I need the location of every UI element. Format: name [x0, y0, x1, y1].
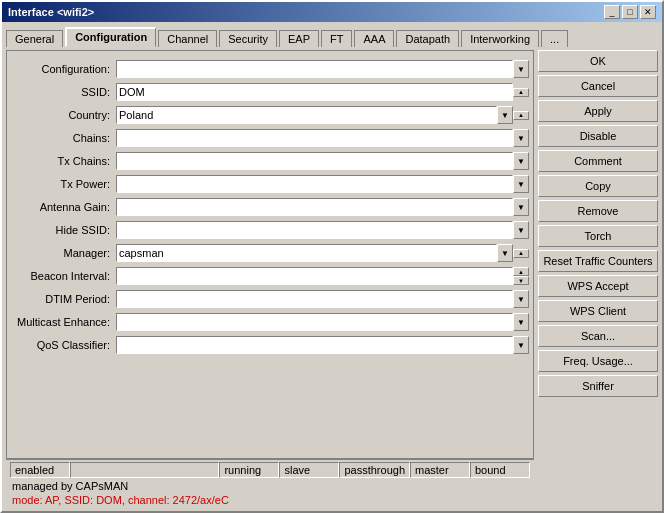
field-country: ▼ ▲ [116, 106, 529, 124]
form-row-country: Country: ▼ ▲ [11, 105, 529, 125]
status-enabled: enabled [10, 462, 70, 478]
tab-configuration[interactable]: Configuration [65, 27, 156, 47]
field-qos-classifier: ▼ [116, 336, 529, 354]
remove-button[interactable]: Remove [538, 200, 658, 222]
form-row-qos-classifier: QoS Classifier: ▼ [11, 335, 529, 355]
dropdown-configuration[interactable]: ▼ [513, 60, 529, 78]
wps-accept-button[interactable]: WPS Accept [538, 275, 658, 297]
tab-more[interactable]: ... [541, 30, 568, 47]
dropdown-dtim-period[interactable]: ▼ [513, 290, 529, 308]
label-tx-chains: Tx Chains: [11, 155, 116, 167]
label-tx-power: Tx Power: [11, 178, 116, 190]
label-country: Country: [11, 109, 116, 121]
content-area: Configuration: ▼ SSID: ▲ Count [2, 46, 662, 511]
label-dtim-period: DTIM Period: [11, 293, 116, 305]
copy-button[interactable]: Copy [538, 175, 658, 197]
status-running: running [219, 462, 279, 478]
field-tx-chains: ▼ [116, 152, 529, 170]
field-configuration: ▼ [116, 60, 529, 78]
label-manager: Manager: [11, 247, 116, 259]
title-bar: Interface <wifi2> _ □ ✕ [2, 2, 662, 22]
form-row-chains: Chains: ▼ [11, 128, 529, 148]
scroll-down-beacon[interactable]: ▼ [513, 276, 529, 285]
dropdown-antenna-gain[interactable]: ▼ [513, 198, 529, 216]
tab-general[interactable]: General [6, 30, 63, 47]
dropdown-manager[interactable]: ▼ [497, 244, 513, 262]
form-row-antenna-gain: Antenna Gain: ▼ [11, 197, 529, 217]
form-row-beacon-interval: Beacon Interval: ▲ ▼ [11, 266, 529, 286]
input-tx-power[interactable] [116, 175, 513, 193]
label-configuration: Configuration: [11, 63, 116, 75]
input-beacon-interval[interactable] [116, 267, 513, 285]
reset-traffic-button[interactable]: Reset Traffic Counters [538, 250, 658, 272]
comment-button[interactable]: Comment [538, 150, 658, 172]
status-managed: managed by CAPsMAN [10, 479, 530, 493]
label-qos-classifier: QoS Classifier: [11, 339, 116, 351]
minimize-button[interactable]: _ [604, 5, 620, 19]
dropdown-tx-power[interactable]: ▼ [513, 175, 529, 193]
dropdown-country[interactable]: ▼ [497, 106, 513, 124]
form-row-hide-ssid: Hide SSID: ▼ [11, 220, 529, 240]
field-dtim-period: ▼ [116, 290, 529, 308]
tab-eap[interactable]: EAP [279, 30, 319, 47]
input-chains[interactable] [116, 129, 513, 147]
input-multicast-enhance[interactable] [116, 313, 513, 331]
status-slave: slave [279, 462, 339, 478]
dropdown-qos-classifier[interactable]: ▼ [513, 336, 529, 354]
input-hide-ssid[interactable] [116, 221, 513, 239]
scroll-up-beacon[interactable]: ▲ [513, 267, 529, 276]
wps-client-button[interactable]: WPS Client [538, 300, 658, 322]
sniffer-button[interactable]: Sniffer [538, 375, 658, 397]
maximize-button[interactable]: □ [622, 5, 638, 19]
scroll-up-country[interactable]: ▲ [513, 111, 529, 120]
right-panel: OK Cancel Apply Disable Comment Copy Rem… [538, 50, 658, 507]
cancel-button[interactable]: Cancel [538, 75, 658, 97]
form-row-tx-power: Tx Power: ▼ [11, 174, 529, 194]
input-configuration[interactable] [116, 60, 513, 78]
tab-aaa[interactable]: AAA [354, 30, 394, 47]
input-country[interactable] [116, 106, 497, 124]
label-beacon-interval: Beacon Interval: [11, 270, 116, 282]
input-tx-chains[interactable] [116, 152, 513, 170]
window-title: Interface <wifi2> [8, 6, 94, 18]
torch-button[interactable]: Torch [538, 225, 658, 247]
tab-ft[interactable]: FT [321, 30, 352, 47]
field-hide-ssid: ▼ [116, 221, 529, 239]
status-bar: enabled running slave passthrough master… [6, 459, 534, 507]
scroll-up-ssid[interactable]: ▲ [513, 88, 529, 97]
status-passthrough: passthrough [339, 462, 410, 478]
dropdown-chains[interactable]: ▼ [513, 129, 529, 147]
ok-button[interactable]: OK [538, 50, 658, 72]
field-tx-power: ▼ [116, 175, 529, 193]
apply-button[interactable]: Apply [538, 100, 658, 122]
scroll-up-manager[interactable]: ▲ [513, 249, 529, 258]
input-qos-classifier[interactable] [116, 336, 513, 354]
tab-channel[interactable]: Channel [158, 30, 217, 47]
title-buttons: _ □ ✕ [604, 5, 656, 19]
dropdown-hide-ssid[interactable]: ▼ [513, 221, 529, 239]
status-bound: bound [470, 462, 530, 478]
field-ssid: ▲ [116, 83, 529, 101]
main-window: Interface <wifi2> _ □ ✕ General Configur… [0, 0, 664, 513]
disable-button[interactable]: Disable [538, 125, 658, 147]
field-chains: ▼ [116, 129, 529, 147]
field-multicast-enhance: ▼ [116, 313, 529, 331]
field-antenna-gain: ▼ [116, 198, 529, 216]
status-master: master [410, 462, 470, 478]
close-button[interactable]: ✕ [640, 5, 656, 19]
dropdown-multicast-enhance[interactable]: ▼ [513, 313, 529, 331]
freq-usage-button[interactable]: Freq. Usage... [538, 350, 658, 372]
input-ssid[interactable] [116, 83, 513, 101]
tab-security[interactable]: Security [219, 30, 277, 47]
scan-button[interactable]: Scan... [538, 325, 658, 347]
input-manager[interactable] [116, 244, 497, 262]
status-mode: mode: AP, SSID: DOM, channel: 2472/ax/eC [10, 493, 530, 507]
input-antenna-gain[interactable] [116, 198, 513, 216]
status-row1: enabled running slave passthrough master… [10, 462, 530, 478]
dropdown-tx-chains[interactable]: ▼ [513, 152, 529, 170]
tab-content: Configuration: ▼ SSID: ▲ Count [6, 50, 534, 459]
tab-datapath[interactable]: Datapath [396, 30, 459, 47]
tab-interworking[interactable]: Interworking [461, 30, 539, 47]
form-row-dtim-period: DTIM Period: ▼ [11, 289, 529, 309]
input-dtim-period[interactable] [116, 290, 513, 308]
